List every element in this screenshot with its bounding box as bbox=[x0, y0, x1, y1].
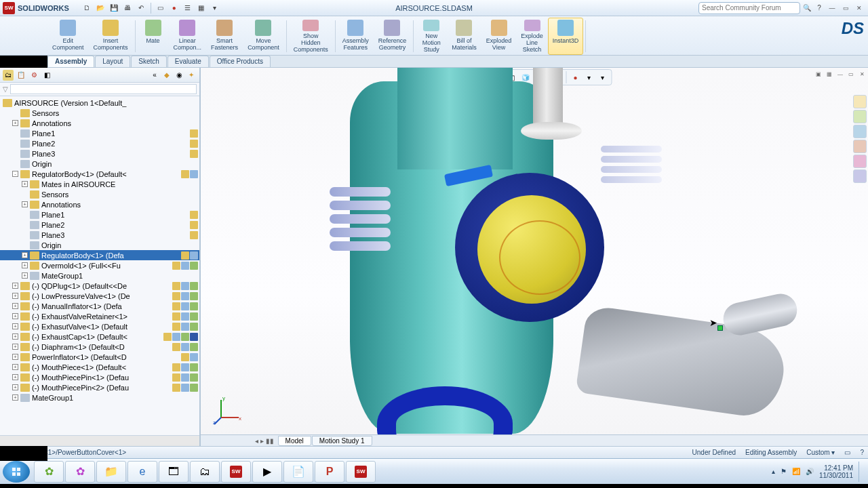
tree-item[interactable]: +MateGroup1 bbox=[0, 270, 199, 281]
tree-item[interactable]: +(-) ExhasutValve<1> (Default bbox=[0, 321, 199, 331]
taskbar-solidworks-2[interactable]: SW bbox=[346, 461, 376, 483]
tree-expand-icon[interactable]: + bbox=[12, 394, 18, 401]
cmdtab-officeproducts[interactable]: Office Products bbox=[210, 56, 271, 67]
status-icon2[interactable]: ? bbox=[860, 449, 864, 456]
taskbar-explorer[interactable]: 📁 bbox=[96, 461, 126, 483]
file-explorer-tab-icon[interactable] bbox=[853, 125, 867, 138]
tree-display-icon[interactable]: ◆ bbox=[161, 70, 172, 81]
tree-item[interactable]: Plane3 bbox=[0, 148, 199, 159]
design-library-tab-icon[interactable] bbox=[853, 110, 867, 123]
dimxpert-tab-icon[interactable]: ◧ bbox=[41, 70, 52, 81]
system-tray[interactable]: ▴ ⚑ 📶 🔊 12:41 PM 11/30/2011 bbox=[772, 462, 865, 482]
taskbar-app-2[interactable]: ✿ bbox=[65, 461, 95, 483]
ribbon-edit[interactable]: EditComponent bbox=[47, 18, 89, 55]
tree-expand-icon[interactable]: + bbox=[12, 374, 18, 380]
tree-item[interactable]: Sensors bbox=[0, 189, 199, 199]
tray-clock[interactable]: 12:41 PM 11/30/2011 bbox=[819, 464, 853, 479]
feature-tree[interactable]: AIRSOURCE (Version 1<Default_ Sensors+An… bbox=[0, 96, 199, 435]
filter-icon[interactable]: ▽ bbox=[3, 85, 8, 93]
show-desktop[interactable] bbox=[859, 462, 865, 482]
tree-expand-icon[interactable]: + bbox=[22, 262, 28, 268]
tree-expand-icon[interactable]: + bbox=[12, 120, 18, 126]
ribbon-instantd[interactable]: Instant3D bbox=[548, 18, 584, 55]
restore-icon[interactable]: ▭ bbox=[840, 3, 852, 13]
ribbon-billof[interactable]: Bill ofMaterials bbox=[447, 18, 481, 55]
vp-max-icon[interactable]: ▭ bbox=[846, 69, 856, 79]
tree-item[interactable]: Plane2 bbox=[0, 220, 199, 230]
tree-item[interactable]: +(-) Diaphram<1> (Default<D bbox=[0, 342, 199, 352]
tree-expand-icon[interactable]: + bbox=[22, 181, 28, 187]
help-icon[interactable]: ? bbox=[814, 3, 825, 14]
tree-expand-icon[interactable]: + bbox=[22, 201, 28, 207]
tray-up-icon[interactable]: ▴ bbox=[772, 468, 775, 475]
tree-expand-icon[interactable]: + bbox=[12, 293, 18, 299]
cmdtab-layout[interactable]: Layout bbox=[95, 56, 130, 67]
configuration-manager-tab-icon[interactable]: ⚙ bbox=[28, 70, 39, 81]
tree-item[interactable]: +Annotations bbox=[0, 199, 199, 209]
tree-expand-icon[interactable]: + bbox=[12, 333, 18, 340]
tree-item[interactable]: +RegulatorBody<1> (Defa bbox=[0, 250, 199, 260]
tree-filter-input[interactable] bbox=[10, 84, 197, 94]
tree-item[interactable]: Sensors bbox=[0, 108, 199, 118]
tree-item[interactable]: +(-) ExhaustCap<1> (Default< bbox=[0, 331, 199, 342]
tree-item[interactable]: +(-) ExhaustValveRetainer<1> bbox=[0, 311, 199, 321]
tree-item[interactable]: Plane1 bbox=[0, 128, 199, 138]
tree-expand-icon[interactable]: - bbox=[12, 171, 18, 177]
tree-display3-icon[interactable]: ✦ bbox=[186, 70, 197, 81]
tree-collapse-icon[interactable]: « bbox=[149, 70, 160, 81]
tree-expand-icon[interactable]: + bbox=[12, 384, 18, 390]
tree-root[interactable]: AIRSOURCE (Version 1<Default_ bbox=[0, 98, 199, 108]
minimize-icon[interactable]: — bbox=[826, 3, 838, 13]
print-icon[interactable]: 🖶 bbox=[122, 3, 133, 14]
ribbon-new[interactable]: NewMotionStudy bbox=[416, 18, 447, 55]
resources-tab-icon[interactable] bbox=[853, 95, 867, 108]
save-icon[interactable]: 💾 bbox=[108, 3, 119, 14]
tree-item[interactable]: Origin bbox=[0, 240, 199, 250]
custom-props-tab-icon[interactable] bbox=[853, 169, 867, 183]
tree-expand-icon[interactable]: + bbox=[12, 323, 18, 329]
vp-link-icon[interactable]: ▦ bbox=[825, 69, 834, 79]
tree-item[interactable]: +(-) LowPressureValve<1> (De bbox=[0, 291, 199, 301]
tree-item[interactable]: +(-) MouthPiece<1> (Default< bbox=[0, 362, 199, 372]
tree-item[interactable]: Origin bbox=[0, 159, 199, 169]
tree-expand-icon[interactable]: + bbox=[22, 272, 28, 279]
taskbar-app-4[interactable]: 🗂 bbox=[190, 461, 220, 483]
ribbon-reference[interactable]: ReferenceGeometry bbox=[374, 18, 412, 55]
tree-item[interactable]: +(-) MouthPiecePin<2> (Defau bbox=[0, 382, 199, 392]
tree-expand-icon[interactable]: + bbox=[12, 283, 18, 289]
taskbar-ie[interactable]: e bbox=[127, 461, 157, 483]
tree-expand-icon[interactable]: + bbox=[12, 354, 18, 360]
vp-close-icon[interactable]: ✕ bbox=[857, 69, 867, 79]
tree-item[interactable]: Plane3 bbox=[0, 230, 199, 240]
tree-expand-icon[interactable]: + bbox=[22, 252, 28, 258]
start-button[interactable] bbox=[3, 461, 30, 483]
bottom-tab-controls[interactable]: ◂ ▸ ▮▮ bbox=[255, 437, 274, 445]
tree-item[interactable]: +MateGroup1 bbox=[0, 392, 199, 403]
taskbar-app-5[interactable]: ▶ bbox=[252, 461, 282, 483]
tree-item[interactable]: Plane1 bbox=[0, 209, 199, 220]
tree-item[interactable]: Plane2 bbox=[0, 138, 199, 148]
vp-tile-icon[interactable]: ▣ bbox=[814, 69, 823, 79]
ribbon-explode[interactable]: ExplodeLineSketch bbox=[516, 18, 548, 55]
new-file-icon[interactable]: 🗋 bbox=[81, 3, 92, 14]
close-icon[interactable]: ✕ bbox=[853, 3, 865, 13]
undo-icon[interactable]: ↶ bbox=[136, 3, 146, 14]
tree-item[interactable]: +Overmold<1> (Full<<Fu bbox=[0, 260, 199, 270]
tree-expand-icon[interactable]: + bbox=[12, 364, 18, 370]
bottom-tab-motionstudy1[interactable]: Motion Study 1 bbox=[312, 436, 372, 446]
property-manager-tab-icon[interactable]: 📋 bbox=[16, 70, 26, 81]
cmdtab-evaluate[interactable]: Evaluate bbox=[167, 56, 209, 67]
tree-item[interactable]: -RegulatorBody<1> (Default< bbox=[0, 169, 199, 179]
tray-flag-icon[interactable]: ⚑ bbox=[781, 468, 787, 475]
taskbar-solidworks[interactable]: SW bbox=[221, 461, 251, 483]
tree-item[interactable]: +Mates in AIRSOURCE bbox=[0, 179, 199, 189]
tree-display2-icon[interactable]: ◉ bbox=[174, 70, 184, 81]
graphics-viewport[interactable]: ⤢ 🔍 ↺ ◫ 🧊 ▦ 👁 ● ▾ ▾ ▣ ▦ — ▭ ✕ bbox=[201, 68, 868, 446]
ribbon-assembly[interactable]: AssemblyFeatures bbox=[338, 18, 374, 55]
tree-item[interactable]: +(-) ManualInflator<1> (Defa bbox=[0, 301, 199, 311]
view-palette-tab-icon[interactable] bbox=[853, 140, 867, 153]
ribbon-mate[interactable]: Mate bbox=[138, 18, 169, 55]
tree-scrollbar[interactable] bbox=[0, 435, 199, 446]
help-dropdown-icon[interactable]: ▾ bbox=[210, 3, 220, 14]
status-units[interactable]: Custom ▾ bbox=[806, 449, 835, 456]
